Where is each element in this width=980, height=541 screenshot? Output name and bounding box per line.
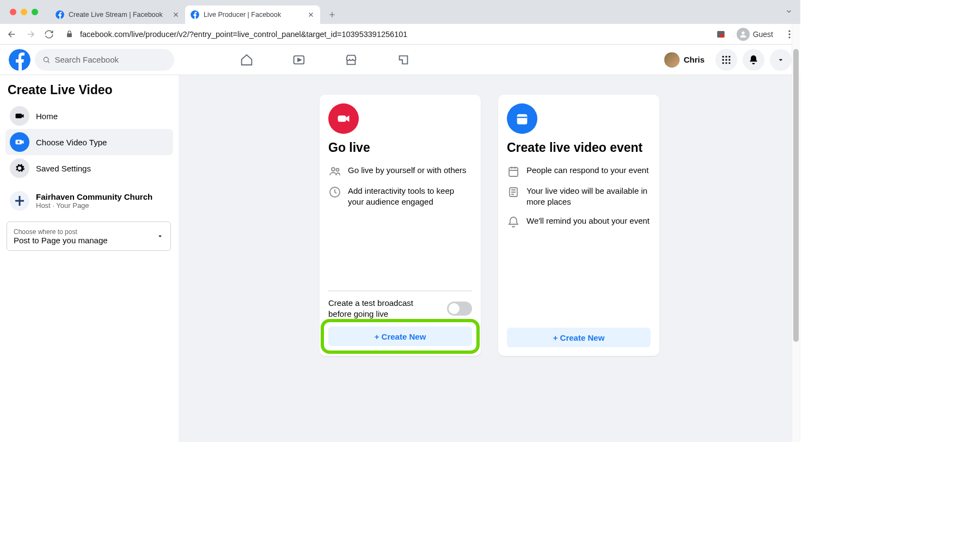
profile-button[interactable]: Chris — [662, 50, 710, 70]
svg-rect-3 — [720, 34, 724, 38]
svg-point-19 — [728, 62, 730, 64]
highlight-annotation: + Create New — [321, 319, 480, 354]
scrollbar-thumb[interactable] — [793, 49, 799, 342]
test-broadcast-toggle[interactable] — [447, 302, 472, 316]
post-destination-select[interactable]: Choose where to post Post to Page you ma… — [7, 222, 171, 251]
url-text: facebook.com/live/producer/v2/?entry_poi… — [80, 30, 407, 39]
scrollbar[interactable] — [792, 24, 800, 442]
svg-point-13 — [728, 56, 730, 57]
notifications-button[interactable] — [743, 49, 764, 71]
feature-text: Go live by yourself or with others — [348, 165, 467, 176]
reload-button[interactable] — [42, 28, 56, 41]
sidebar-item-home[interactable]: Home — [5, 103, 173, 129]
svg-point-15 — [725, 59, 727, 60]
feature-row: Add interactivity tools to keep your aud… — [328, 186, 472, 208]
svg-point-17 — [722, 62, 724, 64]
forward-button[interactable] — [24, 28, 37, 41]
watch-icon[interactable] — [292, 53, 306, 67]
svg-point-6 — [788, 33, 790, 35]
go-live-card: Go live Go live by yourself or with othe… — [320, 95, 481, 356]
account-dropdown-button[interactable] — [770, 49, 792, 71]
people-icon — [328, 165, 341, 178]
gaming-icon[interactable] — [396, 53, 411, 67]
facebook-favicon-icon — [191, 10, 199, 19]
center-nav — [240, 53, 662, 67]
browser-toolbar: facebook.com/live/producer/v2/?entry_poi… — [0, 24, 800, 45]
home-icon[interactable] — [240, 53, 254, 67]
calendar-icon — [507, 165, 520, 178]
lock-icon — [65, 30, 74, 38]
page-body: Create Live Video Home Choose Video Type… — [0, 75, 800, 442]
avatar — [664, 52, 679, 67]
sidebar-item-label: Choose Video Type — [36, 138, 107, 147]
translate-icon[interactable] — [716, 29, 726, 39]
close-icon[interactable] — [307, 11, 315, 19]
tab-title: Live Producer | Facebook — [204, 11, 303, 19]
svg-rect-27 — [509, 168, 518, 176]
page-host-block[interactable]: Fairhaven Community Church Host · Your P… — [5, 187, 173, 215]
svg-point-14 — [722, 59, 724, 60]
create-new-go-live-button[interactable]: + Create New — [328, 327, 472, 346]
button-label: + Create New — [553, 333, 605, 342]
profile-chip[interactable]: Guest — [733, 26, 776, 42]
svg-point-11 — [722, 56, 724, 57]
new-tab-button[interactable] — [324, 7, 340, 22]
browser-tab[interactable]: Create Live Stream | Facebook — [50, 5, 185, 24]
caret-down-icon — [156, 232, 164, 240]
card-title: Go live — [328, 140, 472, 155]
bell-icon — [507, 216, 520, 229]
feature-row: Go live by yourself or with others — [328, 165, 472, 178]
sidebar-item-choose-video-type[interactable]: Choose Video Type — [5, 129, 173, 155]
page-role: Host · Your Page — [36, 201, 152, 210]
guest-avatar-icon — [737, 28, 750, 41]
svg-rect-20 — [16, 114, 22, 118]
svg-point-9 — [44, 57, 48, 62]
svg-point-16 — [728, 59, 730, 60]
svg-point-4 — [742, 31, 744, 34]
address-bar[interactable]: facebook.com/live/producer/v2/?entry_poi… — [61, 30, 710, 39]
browser-tab-active[interactable]: Live Producer | Facebook — [185, 5, 320, 24]
select-label: Choose where to post — [14, 228, 164, 236]
toggle-label: Create a test broadcast before going liv… — [328, 298, 426, 319]
caret-down-icon — [776, 56, 785, 64]
clock-icon — [328, 186, 341, 199]
feature-text: Your live video will be available in mor… — [526, 186, 651, 208]
create-event-card: Create live video event People can respo… — [498, 95, 659, 356]
sidebar-item-label: Home — [36, 112, 58, 121]
sidebar: Create Live Video Home Choose Video Type… — [0, 75, 179, 442]
marketplace-icon[interactable] — [344, 53, 358, 67]
facebook-header: Chris — [0, 45, 800, 75]
feature-text: People can respond to your event — [526, 165, 648, 176]
button-label: + Create New — [375, 332, 426, 341]
close-icon[interactable] — [172, 11, 180, 19]
create-new-event-button[interactable]: + Create New — [507, 328, 651, 347]
gear-icon — [10, 158, 29, 178]
grid-icon — [721, 54, 732, 65]
guest-label: Guest — [753, 30, 773, 39]
svg-point-5 — [788, 30, 790, 32]
page-name: Fairhaven Community Church — [36, 192, 152, 201]
svg-point-18 — [725, 62, 727, 64]
window-zoom[interactable] — [32, 9, 38, 15]
search-icon — [42, 56, 50, 64]
divider — [328, 291, 472, 291]
search-input[interactable] — [54, 55, 167, 64]
feature-row: We'll remind you about your event — [507, 216, 651, 229]
tab-title: Create Live Stream | Facebook — [69, 11, 168, 19]
header-right-cluster: Chris — [662, 49, 792, 71]
window-minimize[interactable] — [21, 9, 27, 15]
facebook-logo[interactable] — [9, 49, 30, 71]
window-controls — [7, 0, 44, 24]
plus-camera-icon — [10, 132, 29, 152]
newspaper-icon — [507, 186, 520, 199]
camera-icon — [10, 106, 29, 126]
search-box[interactable] — [35, 49, 174, 71]
browser-tab-strip: Create Live Stream | Facebook Live Produ… — [0, 0, 800, 24]
tabs-overflow-icon[interactable] — [785, 8, 793, 15]
profile-name: Chris — [684, 55, 705, 64]
menu-grid-button[interactable] — [715, 49, 737, 71]
sidebar-item-saved-settings[interactable]: Saved Settings — [5, 155, 173, 181]
calendar-event-icon — [507, 103, 537, 134]
back-button[interactable] — [5, 28, 19, 41]
window-close[interactable] — [10, 9, 16, 15]
